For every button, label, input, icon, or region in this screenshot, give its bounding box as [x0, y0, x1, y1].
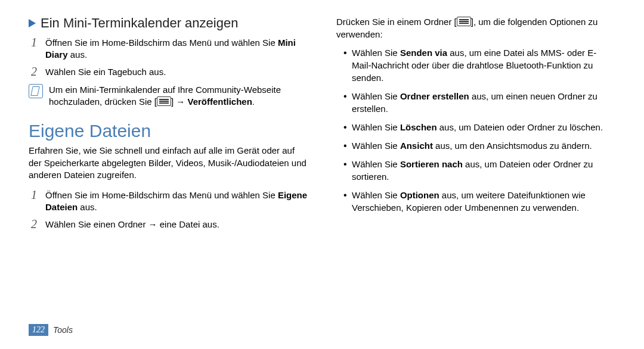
step1-pre: Öffnen Sie im Home-Bildschirm das Menü u…: [45, 38, 278, 48]
li-bold: Löschen: [400, 122, 437, 132]
files-step-2: 2 Wählen Sie einen Ordner → eine Datei a…: [29, 217, 308, 230]
page-layout: Ein Mini-Terminkalender anzeigen 1 Öffne…: [0, 0, 644, 349]
li-post: aus, um den Ansichtsmodus zu ändern.: [433, 141, 592, 151]
list-item: Wählen Sie Senden via aus, um eine Datei…: [343, 46, 615, 84]
note-post: .: [252, 96, 255, 107]
right-intro: Drücken Sie in einem Ordner [], um die f…: [336, 15, 615, 40]
step-number: 2: [29, 217, 39, 230]
step-body: Öffnen Sie im Home-Bildschirm das Menü u…: [45, 36, 308, 61]
note-block: Um ein Mini-Terminkalender auf Ihre Comm…: [29, 83, 308, 108]
menu-key-icon: [457, 17, 471, 26]
files-step1-post: aus.: [78, 202, 97, 212]
li-bold: Sortieren nach: [400, 159, 463, 169]
step-body: Wählen Sie einen Ordner → eine Datei aus…: [45, 217, 219, 230]
list-item: Wählen Sie Ordner erstellen aus, um eine…: [343, 90, 615, 115]
note-body: Um ein Mini-Terminkalender auf Ihre Comm…: [49, 83, 308, 108]
li-pre: Wählen Sie: [352, 122, 400, 132]
step-1: 1 Öffnen Sie im Home-Bildschirm das Menü…: [29, 36, 308, 61]
li-bold: Optionen: [400, 190, 439, 200]
step-number: 1: [29, 36, 39, 61]
list-item: Wählen Sie Optionen aus, um weitere Date…: [343, 189, 615, 214]
files-step1-pre: Öffnen Sie im Home-Bildschirm das Menü u…: [45, 190, 278, 200]
step-number: 1: [29, 188, 39, 214]
subheading-text: Ein Mini-Terminkalender anzeigen: [41, 15, 238, 31]
li-pre: Wählen Sie: [352, 141, 400, 151]
menu-key-icon: [157, 96, 171, 106]
options-list: Wählen Sie Senden via aus, um eine Datei…: [336, 46, 615, 214]
subheading-row: Ein Mini-Terminkalender anzeigen: [29, 15, 308, 31]
li-bold: Ansicht: [400, 141, 433, 151]
step-2: 2 Wählen Sie ein Tagebuch aus.: [29, 65, 308, 78]
li-post: aus, um Dateien oder Ordner zu löschen.: [437, 122, 603, 132]
left-column: Ein Mini-Terminkalender anzeigen 1 Öffne…: [29, 15, 308, 349]
right-intro-pre: Drücken Sie in einem Ordner [: [336, 17, 457, 27]
page-footer: 122 Tools: [29, 324, 73, 336]
files-step-1: 1 Öffnen Sie im Home-Bildschirm das Menü…: [29, 188, 308, 214]
list-item: Wählen Sie Löschen aus, um Dateien oder …: [343, 121, 615, 133]
li-pre: Wählen Sie: [352, 48, 400, 58]
li-pre: Wählen Sie: [352, 91, 400, 101]
step-body: Wählen Sie ein Tagebuch aus.: [45, 65, 166, 78]
page-number: 122: [29, 324, 48, 336]
section-title: Eigene Dateien: [29, 121, 308, 141]
step-body: Öffnen Sie im Home-Bildschirm das Menü u…: [45, 188, 308, 214]
note-bold: Veröffentlichen: [187, 96, 252, 107]
section-intro: Erfahren Sie, wie Sie schnell und einfac…: [29, 145, 308, 181]
li-bold: Senden via: [400, 48, 447, 58]
footer-label: Tools: [53, 325, 73, 335]
step1-post: aus.: [68, 49, 88, 60]
step-number: 2: [29, 65, 39, 78]
list-item: Wählen Sie Ansicht aus, um den Ansichtsm…: [343, 139, 615, 152]
chevron-right-icon: [29, 19, 36, 27]
right-column: Drücken Sie in einem Ordner [], um die f…: [336, 15, 615, 349]
note-mid: ] →: [171, 96, 188, 107]
list-item: Wählen Sie Sortieren nach aus, um Dateie…: [343, 158, 615, 183]
li-bold: Ordner erstellen: [400, 91, 469, 101]
note-icon: [29, 84, 43, 98]
li-pre: Wählen Sie: [352, 190, 400, 200]
li-pre: Wählen Sie: [352, 159, 400, 169]
